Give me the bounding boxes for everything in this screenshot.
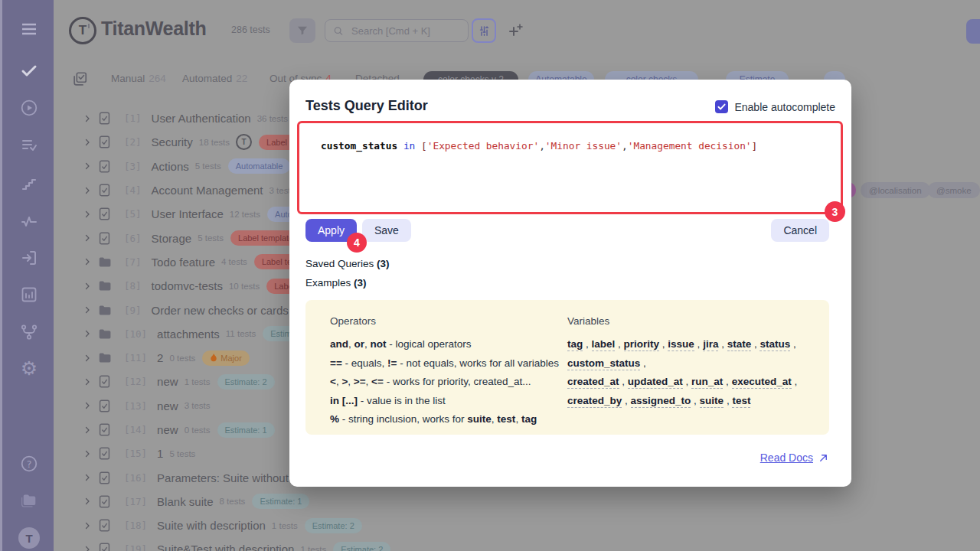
suite-title[interactable]: Storage bbox=[152, 232, 192, 245]
suite-tests-count: 4 tests bbox=[221, 257, 247, 266]
variable-token: state bbox=[727, 338, 752, 351]
suite-number: [11] bbox=[124, 352, 147, 364]
import-icon[interactable] bbox=[20, 249, 38, 267]
suite-number: [9] bbox=[124, 305, 142, 316]
read-docs-link[interactable]: Read Docs bbox=[760, 452, 829, 464]
analytics-chart-icon[interactable] bbox=[20, 285, 38, 304]
suite-title[interactable]: Order new checks or cards bbox=[152, 304, 289, 317]
chevron-right-icon[interactable] bbox=[83, 449, 92, 458]
chevron-right-icon[interactable] bbox=[83, 282, 92, 291]
suite-title[interactable]: todomvc-tests bbox=[152, 279, 223, 292]
suite-badge: Major bbox=[202, 350, 250, 366]
chevron-right-icon[interactable] bbox=[83, 329, 92, 338]
suite-doc-icon bbox=[97, 399, 112, 413]
tag-pill[interactable]: @smoke bbox=[928, 182, 980, 198]
autocomplete-toggle[interactable]: Enable autocomplete bbox=[715, 100, 835, 113]
user-avatar[interactable] bbox=[966, 19, 980, 44]
sliders-button[interactable] bbox=[472, 18, 496, 43]
tab-automated[interactable]: Automated22 bbox=[182, 73, 247, 84]
chevron-right-icon[interactable] bbox=[83, 354, 92, 363]
save-button[interactable]: Save bbox=[362, 219, 411, 242]
projects-icon[interactable] bbox=[20, 491, 38, 510]
chevron-right-icon[interactable] bbox=[83, 473, 92, 482]
chevron-right-icon[interactable] bbox=[83, 257, 92, 266]
suite-title[interactable]: User Interface bbox=[152, 207, 224, 220]
suite-badge: Automatable bbox=[228, 158, 291, 174]
chevron-right-icon[interactable] bbox=[83, 210, 92, 219]
chevron-right-icon[interactable] bbox=[83, 545, 92, 551]
tab-manual[interactable]: Manual264 bbox=[111, 73, 166, 84]
branch-icon[interactable] bbox=[20, 323, 38, 341]
menu-icon[interactable] bbox=[20, 20, 38, 38]
help-line: created_at , updated_at , run_at , execu… bbox=[567, 373, 797, 392]
suite-title[interactable]: Security bbox=[152, 135, 193, 148]
search-icon bbox=[333, 25, 344, 37]
plans-list-check-icon[interactable] bbox=[20, 135, 38, 154]
suite-doc-icon bbox=[97, 471, 112, 485]
select-all-icon[interactable] bbox=[71, 71, 88, 88]
suite-badge: Estimate: 2 bbox=[217, 374, 275, 390]
suite-row[interactable]: [18]Suite with description1 testsEstimat… bbox=[69, 514, 835, 537]
suite-doc-icon bbox=[97, 422, 112, 437]
runs-play-icon[interactable] bbox=[20, 99, 38, 117]
suite-number: [16] bbox=[124, 472, 147, 484]
chevron-right-icon[interactable] bbox=[83, 161, 92, 171]
saved-queries-link[interactable]: Saved Queries (3) bbox=[305, 258, 390, 269]
add-icon[interactable] bbox=[507, 21, 525, 40]
variables-column: Variables tag , label , priority , issue… bbox=[567, 312, 797, 435]
suite-row[interactable]: [17]Blank suite8 testsEstimate: 1 bbox=[69, 490, 835, 514]
suite-tests-count: 12 tests bbox=[230, 210, 260, 219]
checkbox-checked-icon[interactable] bbox=[715, 100, 728, 113]
suite-badge: Estimate: 1 bbox=[252, 494, 309, 509]
chevron-right-icon[interactable] bbox=[83, 497, 92, 506]
suite-number: [2] bbox=[124, 136, 142, 148]
cancel-button[interactable]: Cancel bbox=[771, 219, 829, 242]
chevron-right-icon[interactable] bbox=[83, 114, 92, 123]
search-input[interactable] bbox=[350, 24, 460, 37]
settings-gear-icon[interactable]: ⚙ bbox=[20, 360, 38, 378]
suite-title[interactable]: 1 bbox=[157, 447, 163, 460]
search-box[interactable] bbox=[325, 19, 469, 42]
chevron-right-icon[interactable] bbox=[83, 377, 92, 386]
chevron-right-icon[interactable] bbox=[83, 521, 92, 530]
variable-token: status bbox=[760, 338, 790, 351]
suite-title[interactable]: attachments bbox=[157, 328, 220, 341]
query-text[interactable]: custom_status in ['Expected behavior','M… bbox=[299, 123, 841, 152]
suite-title[interactable]: Todo feature bbox=[152, 256, 215, 269]
suite-title[interactable]: Actions bbox=[152, 160, 189, 173]
help-line: custom_status , bbox=[567, 354, 797, 373]
query-editor[interactable]: custom_status in ['Expected behavior','M… bbox=[297, 121, 843, 214]
tag-pill[interactable]: @localisation bbox=[861, 182, 930, 198]
chevron-right-icon[interactable] bbox=[83, 233, 92, 243]
suite-number: [1] bbox=[124, 112, 142, 124]
operators-heading: Operators bbox=[330, 312, 567, 331]
pulse-icon[interactable] bbox=[20, 212, 38, 230]
suite-tests-count: 18 tests bbox=[199, 138, 230, 147]
suite-tests-count: 11 tests bbox=[226, 329, 256, 338]
filter-button[interactable] bbox=[289, 18, 315, 43]
suite-title[interactable]: Parameters: Suite without bbox=[157, 471, 289, 484]
tests-query-editor-modal: Tests Query Editor Enable autocomplete c… bbox=[289, 80, 851, 487]
examples-link[interactable]: Examples (3) bbox=[305, 277, 367, 289]
help-icon[interactable]: ? bbox=[20, 455, 38, 473]
tests-check-icon[interactable] bbox=[20, 61, 38, 80]
suite-number: [17] bbox=[124, 496, 147, 507]
chevron-right-icon[interactable] bbox=[83, 425, 92, 435]
suite-title[interactable]: new bbox=[157, 399, 178, 412]
suite-number: [6] bbox=[124, 233, 142, 244]
suite-title[interactable]: Suite with description bbox=[157, 519, 266, 532]
suite-title[interactable]: User Authentication bbox=[152, 112, 251, 125]
suite-title[interactable]: 2 bbox=[157, 351, 163, 364]
suite-title[interactable]: Suite&Test with description bbox=[157, 543, 294, 551]
suite-title[interactable]: new bbox=[157, 375, 178, 388]
chevron-right-icon[interactable] bbox=[83, 305, 92, 315]
suite-doc-icon bbox=[97, 542, 112, 551]
suite-title[interactable]: new bbox=[157, 423, 178, 436]
suite-number: [7] bbox=[124, 256, 142, 268]
sidebar-logo-icon[interactable]: T bbox=[18, 527, 40, 549]
suite-title[interactable]: Blank suite bbox=[157, 495, 213, 508]
chevron-right-icon[interactable] bbox=[83, 401, 92, 410]
suite-row[interactable]: [19]Suite&Test with description1 testsEs… bbox=[69, 537, 835, 551]
chevron-right-icon[interactable] bbox=[83, 138, 92, 147]
suite-badge: Estimate: 2 bbox=[305, 518, 362, 533]
